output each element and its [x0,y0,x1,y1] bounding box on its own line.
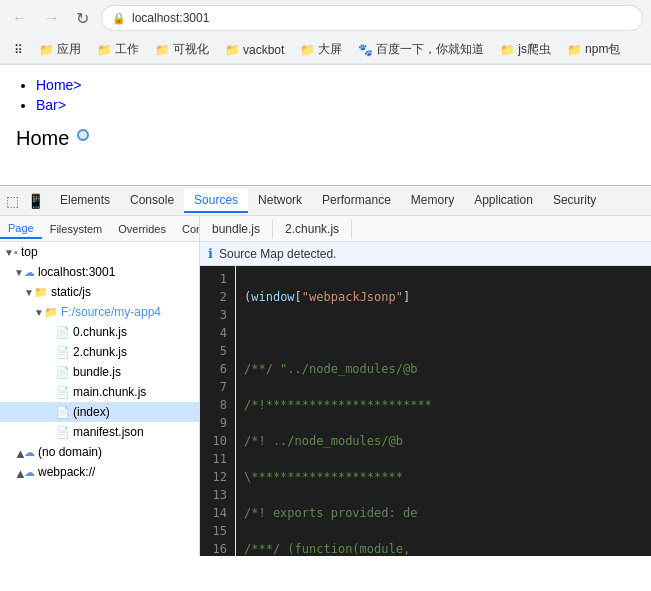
address-bar[interactable]: 🔒 localhost:3001 [101,5,643,31]
tree-label-localhost: localhost:3001 [38,265,115,279]
tree-label-0chunk: 0.chunk.js [73,325,127,339]
file-icon-bundle: 📄 [56,366,70,379]
bookmark-folder-icon: 📁 [567,43,582,57]
arrow-localhost: ▼ [14,267,24,278]
code-line-3: /**/ "../node_modules/@b [244,360,643,378]
bookmark-可视化[interactable]: 📁 可视化 [149,39,215,60]
info-icon: ℹ [208,246,213,261]
bookmark-大屏[interactable]: 📁 大屏 [294,39,348,60]
devtools-inspect-button[interactable]: ⬚ [4,191,21,211]
bookmark-工作[interactable]: 📁 工作 [91,39,145,60]
sources-sub-tab-filesystem[interactable]: Filesystem [42,220,111,238]
line-num-2: 2 [200,288,235,306]
bookmark-folder-icon: 📁 [500,43,515,57]
file-icon-mainchunk: 📄 [56,386,70,399]
tree-item-mainchunk[interactable]: 📄 main.chunk.js [0,382,199,402]
code-line-7: /*! exports provided: de [244,504,643,522]
tree-label-2chunk: 2.chunk.js [73,345,127,359]
page-content: Home> Bar> Home [0,65,651,185]
sources-sub-tab-page[interactable]: Page [0,219,42,239]
forward-button[interactable]: → [40,7,64,29]
tree-label-no-domain: (no domain) [38,445,102,459]
breadcrumb-item-home: Home> [36,77,635,93]
line-num-12: 12 [200,468,235,486]
bookmark-folder-icon: 📁 [39,43,54,57]
file-tree: ▼ ▪ top ▼ ☁ localhost:3001 ▼ 📁 static/js [0,242,199,556]
folder-icon-source: 📁 [44,306,58,319]
code-line-1: (window["webpackJsonp"] [244,288,643,306]
nav-bar: ← → ↻ 🔒 localhost:3001 [0,0,651,36]
bookmark-应用[interactable]: 📁 应用 [33,39,87,60]
tab-console[interactable]: Console [120,189,184,213]
tab-sources[interactable]: Sources [184,189,248,213]
server-icon-webpack: ☁ [24,466,35,479]
server-icon-no-domain: ☁ [24,446,35,459]
code-line-4: /*!*********************** [244,396,643,414]
tree-label-mainchunk: main.chunk.js [73,385,146,399]
tree-item-index[interactable]: 📄 (index) [0,402,199,422]
tree-label-bundle: bundle.js [73,365,121,379]
back-button[interactable]: ← [8,7,32,29]
line-num-7: 7 [200,378,235,396]
breadcrumb-item-bar: Bar> [36,97,635,113]
reload-button[interactable]: ↻ [72,7,93,30]
tab-memory[interactable]: Memory [401,189,464,213]
code-content: (window["webpackJsonp"] /**/ "../node_mo… [236,266,651,556]
tree-item-no-domain[interactable]: ▶ ☁ (no domain) [0,442,199,462]
line-num-4: 4 [200,324,235,342]
arrow-source: ▼ [34,307,44,318]
bookmark-folder-icon: 📁 [300,43,315,57]
bookmark-js爬虫[interactable]: 📁 js爬虫 [494,39,557,60]
bookmark-npm包[interactable]: 📁 npm包 [561,39,626,60]
tree-item-localhost[interactable]: ▼ ☁ localhost:3001 [0,262,199,282]
code-line-5: /*! ../node_modules/@b [244,432,643,450]
tree-item-static-js[interactable]: ▼ 📁 static/js [0,282,199,302]
line-num-15: 15 [200,522,235,540]
bookmark-folder-icon: 📁 [97,43,112,57]
tree-item-webpack[interactable]: ▶ ☁ webpack:// [0,462,199,482]
lock-icon: 🔒 [112,12,126,25]
bookmark-baidu[interactable]: 🐾 百度一下，你就知道 [352,39,490,60]
bookmarks-icon[interactable]: ⠿ [8,41,29,59]
tab-application[interactable]: Application [464,189,543,213]
breadcrumb-link-bar[interactable]: Bar> [36,97,66,113]
tree-item-source-folder[interactable]: ▼ 📁 F:/source/my-app4 [0,302,199,322]
breadcrumb-list: Home> Bar> [16,77,635,113]
line-num-11: 11 [200,450,235,468]
tree-item-top[interactable]: ▼ ▪ top [0,242,199,262]
folder-icon: ▪ [14,246,18,258]
bookmark-baidu-icon: 🐾 [358,43,373,57]
line-numbers: 1 2 3 4 5 6 7 8 9 10 11 12 13 14 15 16 1 [200,266,236,556]
folder-icon-static: 📁 [34,286,48,299]
editor-tab-bundle[interactable]: bundle.js [200,219,273,239]
code-line-2 [244,324,643,342]
devtools-panel: ⬚ 📱 Elements Console Sources Network Per… [0,185,651,556]
tree-label-index: (index) [73,405,110,419]
breadcrumb-link-home[interactable]: Home> [36,77,82,93]
tree-item-2chunk[interactable]: 📄 2.chunk.js [0,342,199,362]
tab-performance[interactable]: Performance [312,189,401,213]
line-num-3: 3 [200,306,235,324]
server-icon: ☁ [24,266,35,279]
editor-tab-2chunk[interactable]: 2.chunk.js [273,219,352,239]
line-num-1: 1 [200,270,235,288]
tree-item-0chunk[interactable]: 📄 0.chunk.js [0,322,199,342]
bookmarks-bar: ⠿ 📁 应用 📁 工作 📁 可视化 📁 vackbot 📁 大屏 🐾 百度一下，… [0,36,651,64]
line-num-10: 10 [200,432,235,450]
source-map-notice: ℹ Source Map detected. [200,242,651,266]
tree-label-top: top [21,245,38,259]
tree-item-bundle[interactable]: 📄 bundle.js [0,362,199,382]
tab-network[interactable]: Network [248,189,312,213]
tab-elements[interactable]: Elements [50,189,120,213]
bookmark-vackbot[interactable]: 📁 vackbot [219,41,290,59]
devtools-device-button[interactable]: 📱 [25,191,46,211]
arrow-static: ▼ [24,287,34,298]
code-area[interactable]: 1 2 3 4 5 6 7 8 9 10 11 12 13 14 15 16 1 [200,266,651,556]
url-text: localhost:3001 [132,11,632,25]
tree-item-manifest[interactable]: 📄 manifest.json [0,422,199,442]
sources-sub-tab-content-scripts[interactable]: Content scripts [174,220,200,238]
devtools-icons-group: ⬚ 📱 [4,191,46,211]
tab-security[interactable]: Security [543,189,606,213]
sources-sub-tab-overrides[interactable]: Overrides [110,220,174,238]
file-icon-0chunk: 📄 [56,326,70,339]
